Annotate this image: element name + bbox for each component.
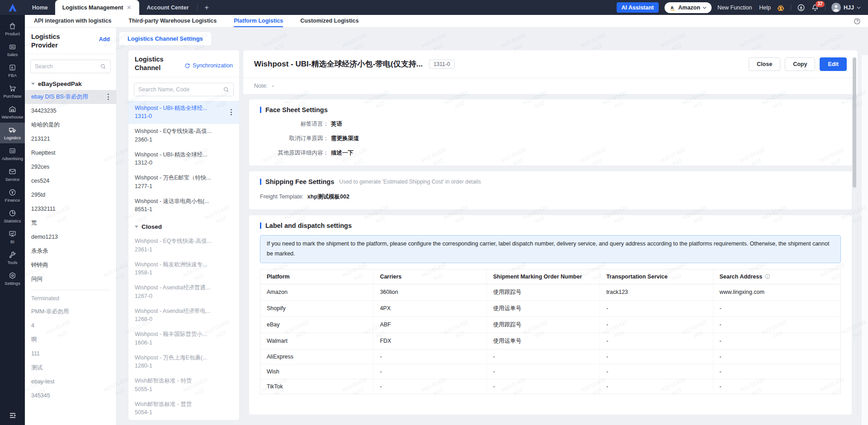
detail-scrollbar[interactable] [853, 57, 856, 188]
sidebar-item-advertising[interactable]: AD Advertising [0, 143, 25, 164]
topbar-link[interactable]: New Function [717, 5, 752, 11]
provider-item[interactable]: Ruepttest [25, 146, 116, 160]
channel-item[interactable]: Wishpost - 顺友欧洲快速专... 1958-1 [128, 257, 239, 281]
provider-item[interactable]: 34423235 [25, 104, 116, 118]
channel-item[interactable]: Wishpost - 万色E邮宝（特快... 1277-1 [128, 170, 239, 194]
field-row: 标签语言： 英语 [260, 120, 841, 128]
subnav-item[interactable]: Customized Logistics [300, 15, 359, 27]
channel-group-closed[interactable]: Closed [128, 217, 239, 234]
sidebar-item-warehouse[interactable]: Warehouse [0, 102, 25, 123]
page-scrollbar-track[interactable] [861, 55, 868, 425]
provider-item[interactable]: 292ces [25, 160, 116, 174]
provider-item[interactable]: 问问 [25, 272, 116, 286]
more-options-icon[interactable] [230, 108, 233, 116]
channel-item[interactable]: Wishpost - Asendia经济带电... 1268-0 [128, 304, 239, 327]
detail-body: Face Sheet Settings 标签语言： 英语 取消订单原因： [243, 94, 858, 420]
sidebar-item-finance[interactable]: Finance [0, 185, 25, 206]
provider-item[interactable]: 杀杀杀 [25, 244, 116, 258]
tab-logistics-channel-settings[interactable]: Logistics Channel Settings [119, 32, 211, 45]
provider-item[interactable]: 295td [25, 188, 116, 202]
notifications-button[interactable]: 37 [811, 4, 819, 12]
edit-button[interactable]: Edit [820, 57, 847, 71]
synchronization-button[interactable]: Synchronization [184, 59, 233, 72]
provider-item[interactable]: ebay-test [25, 375, 116, 389]
download-icon[interactable] [797, 4, 805, 12]
provider-item[interactable]: 345345 [25, 389, 116, 403]
more-options-icon[interactable] [107, 93, 110, 101]
sidebar-item-fba[interactable]: a FBA [0, 60, 25, 81]
provider-search[interactable] [30, 60, 111, 73]
provider-group-ebayspeedpak[interactable]: eBaySpeedPak [25, 77, 116, 90]
close-icon[interactable] [127, 5, 132, 10]
provider-item[interactable]: 啊 [25, 333, 116, 347]
sidebar-item-statistics[interactable]: Statistics [0, 206, 25, 227]
provider-item[interactable]: ebay DIS BS-非必勿用 [25, 90, 116, 104]
channel-search-input[interactable] [138, 86, 220, 93]
channel-search[interactable] [134, 83, 234, 96]
sidebar-item-product[interactable]: Product [0, 19, 25, 39]
provider-item[interactable]: demo1213 [25, 230, 116, 244]
channel-item[interactable]: Wishpost - 万色上海E包裹(... 1260-1 [128, 350, 239, 374]
subnav-item[interactable]: Platform Logistics [234, 15, 283, 27]
sales-icon: SEL [9, 43, 16, 51]
provider-item[interactable]: 111 [25, 347, 116, 361]
table-row[interactable]: AliExpress - - - - [260, 349, 841, 364]
channel-item[interactable]: Wish邮智选标准 - 特货 5055-1 [128, 373, 239, 397]
channel-item[interactable]: Wish邮智选标准 - 普货 5054-1 [128, 397, 239, 420]
copy-button[interactable]: Copy [785, 57, 815, 71]
subnav-item[interactable]: API integration with logistics [34, 15, 112, 27]
sidebar-item-logistics[interactable]: Logistics [0, 123, 25, 143]
channel-item[interactable]: Wishpost - UBI-精选全球经... 1312-0 [128, 147, 239, 171]
provider-item[interactable]: 荒 [25, 216, 116, 230]
info-icon[interactable] [764, 274, 770, 279]
subnav-item[interactable]: Third-party Warehouse Logistics [129, 15, 217, 27]
provider-item[interactable]: 213121 [25, 132, 116, 146]
app-logo[interactable] [0, 0, 25, 15]
provider-item[interactable]: 钟钟商 [25, 258, 116, 272]
provider-item[interactable]: ces524 [25, 174, 116, 188]
support-headset-icon[interactable] [777, 4, 785, 12]
provider-item[interactable]: 哈哈的是的 [25, 118, 116, 132]
caret-down-icon [31, 83, 35, 85]
provider-item[interactable]: 12332111 [25, 202, 116, 216]
provider-item[interactable]: 测试 [25, 361, 116, 375]
dispatch-table: Platform Carriers Shipment Marking Order… [260, 269, 841, 394]
collapse-menu-icon[interactable] [0, 406, 25, 425]
store-selector[interactable]: a Amazon [665, 2, 712, 13]
table-row[interactable]: eBay ABF 使用跟踪号 - - [260, 316, 841, 333]
table-row[interactable]: TikTok - - - - [260, 379, 841, 394]
channel-item[interactable]: Wishpost - EQ专线快递-高值... 2361-1 [128, 234, 239, 257]
user-menu[interactable]: HJJ [831, 3, 861, 12]
help-icon[interactable] [854, 15, 861, 27]
sidebar-item-settings[interactable]: Settings [0, 268, 25, 289]
provider-search-input[interactable] [35, 63, 97, 70]
channel-item[interactable]: Wishpost - 顺丰国际普货小... 1606-1 [128, 327, 239, 350]
table-row[interactable]: Wish - - - - [260, 364, 841, 379]
top-tab[interactable]: Home [25, 0, 55, 15]
channel-item[interactable]: Wishpost - Asendia经济普通... 1267-0 [128, 280, 239, 304]
sidebar-item-purchase[interactable]: Purchase [0, 81, 25, 102]
channel-item[interactable]: Wishpost - UBI-精选全球经... 1311-0 [128, 101, 239, 124]
top-tab[interactable]: Account Center [139, 0, 196, 15]
add-provider-button[interactable]: Add [99, 36, 110, 50]
close-button[interactable]: Close [749, 57, 780, 71]
provider-item[interactable]: 4 [25, 319, 116, 333]
top-tab[interactable]: Logistics Management [55, 0, 140, 15]
ai-assistant-button[interactable]: AI Assistant [617, 2, 659, 13]
svg-text:a: a [671, 5, 674, 10]
channel-item[interactable]: Wishpost - EQ专线快递-高值... 2360-1 [128, 124, 239, 147]
topbar-link[interactable]: Help [759, 5, 771, 11]
tools-wrench-icon [9, 251, 16, 259]
new-tab-button[interactable]: + [198, 0, 215, 15]
sidebar-item-tools[interactable]: Tools [0, 247, 25, 268]
sidebar-item-service[interactable]: Service [0, 164, 25, 185]
provider-item[interactable]: PMM-非必勿用 [25, 305, 116, 319]
plus-icon: + [205, 4, 209, 12]
table-row[interactable]: Walmart FDX 使用运单号 - - [260, 333, 841, 349]
table-row[interactable]: Shopify 4PX 使用运单号 - - [260, 300, 841, 316]
sidebar-item-sales[interactable]: SEL Sales [0, 39, 25, 60]
channel-item[interactable]: Wishpost - 速达非电商小包(... 8551-1 [128, 194, 239, 217]
table-row[interactable]: Amazon 360lion 使用跟踪号 track123 www.lingxi… [260, 284, 841, 300]
terminated-group-label[interactable]: Terminated [25, 292, 116, 305]
sidebar-item-bi[interactable]: BI [0, 227, 25, 247]
